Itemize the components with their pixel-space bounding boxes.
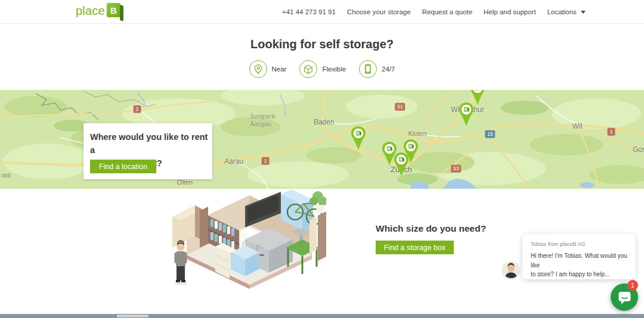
chat-bubble-icon — [617, 290, 632, 305]
route-shield-2: 2 — [134, 105, 141, 113]
route-shield-1-wil: 1 — [608, 128, 615, 136]
map-label-wil: Wil — [572, 122, 583, 130]
find-a-storage-box-button[interactable]: Find a storage box — [376, 241, 454, 254]
feature-near: Near — [249, 60, 287, 78]
feature-flexible: Flexible — [299, 60, 346, 78]
smartphone-icon — [359, 60, 377, 78]
logo-wordmark: place — [76, 3, 105, 18]
phone-number[interactable]: +41 44 273 91 91 — [282, 8, 336, 15]
map-label-gossau-partial: Gos — [633, 145, 644, 154]
feature-flexible-label: Flexible — [322, 66, 346, 73]
size-section-title: Which size do you need? — [376, 223, 486, 234]
nav-choose-your-storage[interactable]: Choose your storage — [347, 8, 411, 15]
logo-cube-letter: B — [110, 5, 117, 15]
chat-message-line1: Hi there! I'm Tobias. What would you lik… — [531, 251, 630, 270]
page: place B +41 44 273 91 91 Choose your sto… — [0, 0, 644, 318]
chat-agent-avatar — [503, 261, 519, 278]
svg-text:B: B — [400, 157, 402, 161]
page-title: Looking for self storage? — [0, 24, 644, 51]
map-label-aargau: Aargau — [250, 120, 271, 127]
route-shield-15: 15 — [485, 130, 495, 138]
svg-text:B: B — [388, 146, 391, 151]
locations-map[interactable]: Jurapark Aargau Baden Kloten Zürich Wint… — [0, 90, 644, 189]
location-search-card: Where would you like to rent a self stor… — [83, 123, 212, 179]
storage-unit-illustration — [169, 189, 326, 289]
map-pin-winterthur[interactable]: B — [459, 102, 474, 126]
chevron-down-icon — [581, 11, 586, 14]
map-label-delemont-partial: ont — [1, 172, 10, 179]
svg-text:B: B — [465, 107, 467, 111]
chat-message-card[interactable]: Tobias from placeB AG Hi there! I'm Tobi… — [522, 234, 636, 279]
chat-message: Hi there! I'm Tobias. What would you lik… — [531, 251, 630, 279]
next-section-edge-box — [116, 314, 149, 318]
chat-author: Tobias from placeB AG — [531, 241, 630, 247]
map-label-kloten: Kloten — [408, 130, 426, 137]
feature-247: 24/7 — [359, 60, 395, 78]
location-card-title-line1: Where would you like to rent a — [90, 130, 212, 157]
feature-near-label: Near — [272, 66, 287, 73]
nav-locations-label: Locations — [547, 8, 577, 15]
header: place B +41 44 273 91 91 Choose your sto… — [0, 0, 644, 24]
next-section-edge — [0, 314, 644, 318]
map-label-olten: Olten — [177, 179, 193, 186]
logo-cube-fold — [120, 5, 123, 21]
svg-text:B: B — [409, 144, 412, 148]
feature-row: Near Flexible 24/7 — [0, 60, 644, 78]
route-shield-1-aarau: 1 — [262, 157, 270, 165]
hero-section: Looking for self storage? Near Flexible … — [0, 24, 644, 90]
logo-cube-icon: B — [107, 3, 120, 17]
map-pin-zurich-center[interactable]: B — [394, 152, 409, 176]
main-nav: +41 44 273 91 91 Choose your storage Req… — [282, 0, 586, 24]
chat-unread-badge: 1 — [627, 280, 638, 291]
nav-request-a-quote[interactable]: Request a quote — [422, 8, 472, 15]
map-label-jurapark: Jurapark — [250, 113, 275, 120]
nav-locations-dropdown[interactable]: Locations — [547, 8, 586, 15]
feature-247-label: 24/7 — [382, 66, 395, 73]
placeb-logo[interactable]: place B — [76, 3, 120, 18]
nav-help-and-support[interactable]: Help and support — [484, 8, 536, 15]
route-shield-53: 53 — [451, 165, 461, 173]
cube-icon — [299, 60, 317, 78]
map-label-baden: Baden — [314, 118, 335, 126]
find-a-location-button[interactable]: Find a location — [90, 160, 156, 173]
location-pin-icon — [249, 60, 267, 78]
chat-message-line2: to store? I am happy to help... — [531, 270, 630, 279]
svg-text:B: B — [357, 131, 360, 135]
map-pin-baden[interactable]: B — [351, 126, 366, 150]
route-shield-51: 51 — [395, 103, 405, 111]
map-label-aarau: Aarau — [224, 157, 243, 166]
